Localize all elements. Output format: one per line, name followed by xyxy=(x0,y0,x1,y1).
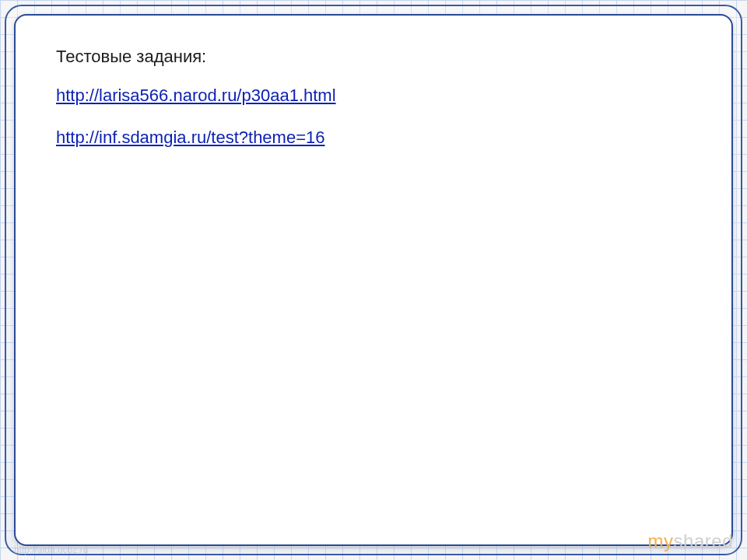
slide-content: Тестовые задания: http://larisa566.narod… xyxy=(56,47,700,170)
link-1[interactable]: http://larisa566.narod.ru/p30aa1.html xyxy=(56,86,336,106)
watermark-prefix: my xyxy=(648,530,674,551)
footer-url: http://aida.ucoz.ru xyxy=(14,544,88,555)
heading: Тестовые задания: xyxy=(56,47,700,67)
watermark: myshared xyxy=(648,530,733,552)
link-2[interactable]: http://inf.sdamgia.ru/test?theme=16 xyxy=(56,128,324,148)
watermark-suffix: shared xyxy=(674,530,733,551)
